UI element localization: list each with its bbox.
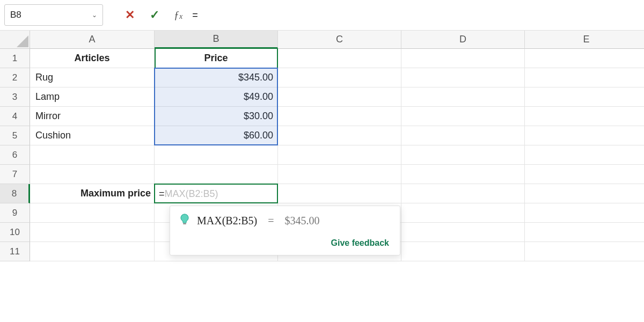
row-header-5[interactable]: 5	[0, 126, 30, 145]
row-header-7[interactable]: 7	[0, 165, 30, 184]
cell-E9[interactable]	[525, 203, 644, 223]
suggestion-line: MAX(B2:B5) = $345.00	[180, 214, 389, 228]
cell-D9[interactable]	[401, 203, 525, 223]
cell-C5[interactable]	[278, 126, 401, 145]
row-header-4[interactable]: 4	[0, 107, 30, 126]
cell-B4[interactable]: $30.00	[155, 107, 278, 126]
chevron-down-icon: ⌄	[92, 11, 97, 19]
cell-B1[interactable]: Price	[155, 49, 278, 68]
row-header-9[interactable]: 9	[0, 203, 30, 223]
cell-A2[interactable]: Rug	[30, 68, 155, 87]
row-headers: 1234567891011	[0, 49, 30, 261]
cell-E5[interactable]	[525, 126, 644, 145]
cell-C7[interactable]	[278, 165, 401, 184]
column-header-A[interactable]: A	[30, 31, 155, 49]
row-header-3[interactable]: 3	[0, 87, 30, 107]
formula-input[interactable]	[189, 4, 641, 26]
cell-D8[interactable]	[401, 184, 525, 203]
cell-E10[interactable]	[525, 223, 644, 242]
cell-C3[interactable]	[278, 87, 401, 107]
active-cell-editing[interactable]: =MAX(B2:B5)	[156, 184, 277, 203]
svg-rect-0	[183, 223, 186, 224]
cell-A6[interactable]	[30, 145, 155, 165]
row-header-10[interactable]: 10	[0, 223, 30, 242]
row-header-1[interactable]: 1	[0, 49, 30, 68]
formula-bar-buttons: ✕ ✓ ƒx	[122, 8, 182, 23]
cell-A4[interactable]: Mirror	[30, 107, 155, 126]
cell-D6[interactable]	[401, 145, 525, 165]
cell-C4[interactable]	[278, 107, 401, 126]
suggestion-formula: MAX(B2:B5)	[197, 215, 257, 227]
check-icon: ✓	[150, 8, 159, 22]
column-headers: ABCDE	[30, 31, 644, 49]
cell-A8[interactable]: Maximum price	[30, 184, 155, 203]
cell-B7[interactable]	[155, 165, 278, 184]
cell-C2[interactable]	[278, 68, 401, 87]
cell-D10[interactable]	[401, 223, 525, 242]
cell-D2[interactable]	[401, 68, 525, 87]
cell-D7[interactable]	[401, 165, 525, 184]
suggestion-equals: =	[268, 215, 274, 227]
row-header-11[interactable]: 11	[0, 242, 30, 261]
cell-E4[interactable]	[525, 107, 644, 126]
cell-B5[interactable]: $60.00	[155, 126, 278, 145]
row-header-2[interactable]: 2	[0, 68, 30, 87]
cell-D5[interactable]	[401, 126, 525, 145]
cell-B6[interactable]	[155, 145, 278, 165]
cell-E3[interactable]	[525, 87, 644, 107]
cell-C6[interactable]	[278, 145, 401, 165]
cell-D4[interactable]	[401, 107, 525, 126]
cell-E8[interactable]	[525, 184, 644, 203]
lightbulb-icon	[180, 214, 189, 228]
name-box[interactable]: B8 ⌄	[4, 4, 103, 26]
editing-typed: =	[159, 188, 165, 200]
formula-suggestion-tooltip: MAX(B2:B5) = $345.00 Give feedback	[170, 206, 400, 255]
accept-button[interactable]: ✓	[147, 8, 162, 23]
cancel-icon: ✕	[125, 8, 135, 22]
select-all-corner[interactable]	[0, 31, 30, 49]
cell-A10[interactable]	[30, 223, 155, 242]
column-header-E[interactable]: E	[525, 31, 644, 49]
cell-E11[interactable]	[525, 242, 644, 261]
spreadsheet-grid: ABCDE 1234567891011 ArticlesPriceRug$345…	[0, 30, 644, 31]
cell-C1[interactable]	[278, 49, 401, 68]
column-header-D[interactable]: D	[401, 31, 525, 49]
cell-D11[interactable]	[401, 242, 525, 261]
cell-D3[interactable]	[401, 87, 525, 107]
row-header-8[interactable]: 8	[0, 184, 30, 203]
cancel-button[interactable]: ✕	[122, 8, 137, 23]
cell-C8[interactable]	[278, 184, 401, 203]
cell-E1[interactable]	[525, 49, 644, 68]
column-header-B[interactable]: B	[155, 31, 278, 49]
cell-A11[interactable]	[30, 242, 155, 261]
cell-B3[interactable]: $49.00	[155, 87, 278, 107]
editing-autocomplete-ghost: MAX(B2:B5)	[165, 188, 218, 200]
cell-E6[interactable]	[525, 145, 644, 165]
cell-B2[interactable]: $345.00	[155, 68, 278, 87]
formula-bar: B8 ⌄ ✕ ✓ ƒx	[0, 0, 644, 30]
insert-function-button[interactable]: ƒx	[172, 8, 182, 23]
select-all-triangle-icon	[17, 35, 28, 47]
cell-A9[interactable]	[30, 203, 155, 223]
cell-A3[interactable]: Lamp	[30, 87, 155, 107]
give-feedback-link[interactable]: Give feedback	[331, 238, 390, 247]
suggestion-result: $345.00	[285, 215, 320, 227]
cell-E7[interactable]	[525, 165, 644, 184]
cell-A5[interactable]: Cushion	[30, 126, 155, 145]
column-header-C[interactable]: C	[278, 31, 401, 49]
cell-A1[interactable]: Articles	[30, 49, 155, 68]
name-box-value: B8	[10, 10, 21, 20]
fx-icon: ƒx	[174, 9, 182, 21]
cell-E2[interactable]	[525, 68, 644, 87]
cell-D1[interactable]	[401, 49, 525, 68]
cell-A7[interactable]	[30, 165, 155, 184]
row-header-6[interactable]: 6	[0, 145, 30, 165]
